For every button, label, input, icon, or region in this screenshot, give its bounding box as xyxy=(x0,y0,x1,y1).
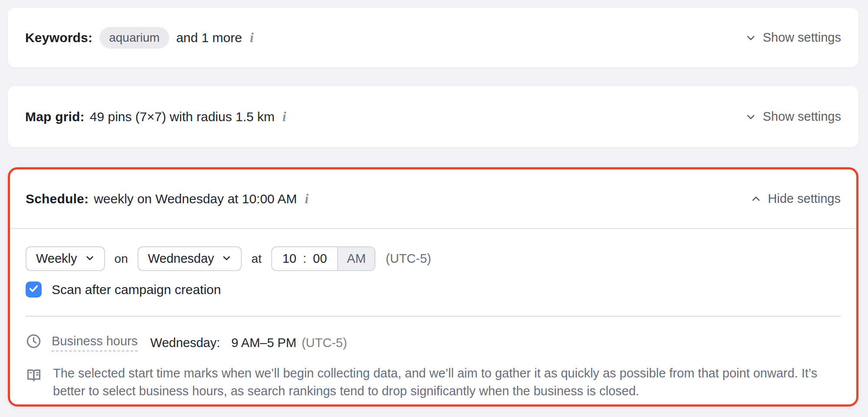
scan-after-creation-row[interactable]: Scan after campaign creation xyxy=(26,281,841,298)
info-icon[interactable]: i xyxy=(305,192,309,205)
chevron-down-icon xyxy=(746,33,756,43)
chevron-down-icon xyxy=(746,112,756,122)
schedule-controls: Weekly on Wednesday at 10 : 00 AM (UTC-5… xyxy=(26,246,841,271)
meridiem-toggle[interactable]: AM xyxy=(337,247,375,270)
info-icon[interactable]: i xyxy=(250,31,254,44)
time-picker: 10 : 00 AM xyxy=(271,246,375,271)
schedule-title: Schedule: xyxy=(26,192,89,206)
timezone-label: (UTC-5) xyxy=(386,252,431,266)
section-divider xyxy=(26,316,841,317)
scan-after-creation-label: Scan after campaign creation xyxy=(52,282,221,297)
keyword-chip[interactable]: aquarium xyxy=(99,27,169,49)
schedule-hide-settings-button[interactable]: Hide settings xyxy=(751,192,841,206)
frequency-select[interactable]: Weekly xyxy=(26,246,105,271)
chevron-down-icon xyxy=(222,252,231,266)
map-grid-toggle-label: Show settings xyxy=(763,109,841,124)
book-icon xyxy=(26,364,42,385)
clock-icon xyxy=(26,333,42,352)
chevron-up-icon xyxy=(751,194,761,204)
time-separator: : xyxy=(303,252,306,266)
at-label: at xyxy=(250,252,262,266)
keywords-show-settings-button[interactable]: Show settings xyxy=(746,30,841,45)
map-grid-card: Map grid: 49 pins (7×7) with radius 1.5 … xyxy=(8,86,858,147)
keywords-title: Keywords: xyxy=(25,30,92,45)
schedule-toggle-label: Hide settings xyxy=(768,192,841,206)
keywords-more-label: and 1 more xyxy=(176,30,242,45)
day-select[interactable]: Wednesday xyxy=(138,246,242,271)
check-icon xyxy=(28,283,39,296)
info-icon[interactable]: i xyxy=(283,110,286,123)
keywords-card: Keywords: aquarium and 1 more i Show set… xyxy=(8,8,858,67)
keywords-toggle-label: Show settings xyxy=(763,30,841,45)
chevron-down-icon xyxy=(85,252,95,266)
schedule-note: The selected start time marks when we’ll… xyxy=(53,364,834,400)
checkbox-checked[interactable] xyxy=(26,281,42,298)
map-grid-title: Map grid: xyxy=(25,109,85,124)
schedule-note-row: The selected start time marks when we’ll… xyxy=(26,364,841,400)
schedule-card: Schedule: weekly on Wednesday at 10:00 A… xyxy=(8,167,858,407)
business-hours-day: Wednesday: xyxy=(150,336,220,350)
business-hours-link[interactable]: Business hours xyxy=(52,334,138,351)
frequency-value: Weekly xyxy=(36,252,77,266)
schedule-summary: weekly on Wednesday at 10:00 AM xyxy=(94,192,297,206)
minute-input[interactable]: 00 xyxy=(313,252,327,266)
business-hours-value: 9 AM–5 PM xyxy=(231,336,296,350)
header-divider xyxy=(10,228,856,229)
business-hours-row: Business hours Wednesday: 9 AM–5 PM (UTC… xyxy=(26,333,841,352)
map-grid-show-settings-button[interactable]: Show settings xyxy=(746,109,841,124)
day-value: Wednesday xyxy=(148,252,214,266)
hour-input[interactable]: 10 xyxy=(283,252,296,266)
business-hours-timezone: (UTC-5) xyxy=(302,336,347,350)
map-grid-summary: 49 pins (7×7) with radius 1.5 km xyxy=(90,109,275,124)
on-label: on xyxy=(114,252,129,266)
